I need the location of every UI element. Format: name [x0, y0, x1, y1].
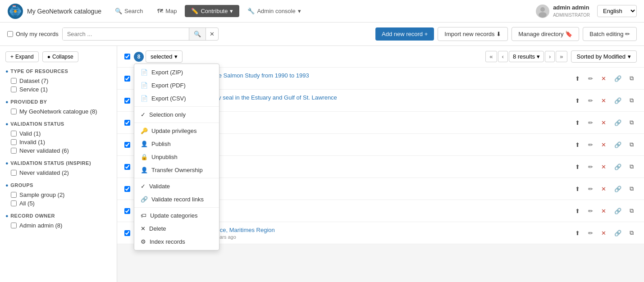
filter-groups-title[interactable]: ● GROUPS: [5, 182, 111, 188]
search-submit-button[interactable]: 🔍: [189, 28, 206, 40]
nav-search[interactable]: 🔍 Search: [109, 5, 149, 17]
filter-service[interactable]: Service (1): [5, 85, 111, 94]
record-edit-button-5[interactable]: ✏: [585, 162, 596, 172]
record-copy-button-4[interactable]: ⧉: [626, 139, 637, 150]
record-checkbox-8[interactable]: [124, 230, 130, 236]
record-checkbox-3[interactable]: [124, 120, 130, 126]
add-record-button[interactable]: Add new record +: [375, 27, 434, 41]
record-copy-button-3[interactable]: ⧉: [626, 117, 637, 128]
record-checkbox-5[interactable]: [124, 164, 130, 170]
filter-valid[interactable]: Valid (1): [5, 129, 111, 138]
record-share-button-3[interactable]: 🔗: [611, 118, 625, 128]
record-edit-button-2[interactable]: ✏: [585, 96, 596, 106]
record-share-button-4[interactable]: 🔗: [611, 140, 625, 150]
record-share-button-1[interactable]: 🔗: [611, 73, 625, 84]
record-view-button-6[interactable]: ⬆: [572, 184, 583, 194]
last-page-button[interactable]: »: [556, 51, 567, 62]
filter-owner-title[interactable]: ● RECORD OWNER: [5, 213, 111, 218]
filter-inspire-never[interactable]: Never validated (2): [5, 168, 111, 177]
record-delete-button-7[interactable]: ✕: [598, 206, 609, 216]
record-view-button-4[interactable]: ⬆: [572, 140, 583, 150]
export-csv-item[interactable]: 📄 Export (CSV): [134, 92, 219, 105]
record-delete-button-4[interactable]: ✕: [598, 140, 609, 150]
results-count-button[interactable]: 8 results ▾: [509, 51, 544, 62]
manage-directory-button[interactable]: Manage directory 🔖: [512, 27, 579, 41]
filter-inspire-title[interactable]: ● VALIDATION STATUS (INSPIRE): [5, 160, 111, 166]
record-delete-button-1[interactable]: ✕: [598, 73, 609, 84]
filter-validation-title[interactable]: ● VALIDATION STATUS: [5, 121, 111, 127]
batch-editing-button[interactable]: Batch editing ✏: [583, 27, 637, 41]
search-clear-button[interactable]: ✕: [206, 28, 218, 40]
selected-dropdown-button[interactable]: selected ▾: [146, 50, 183, 63]
filter-type-title[interactable]: ● TYPE OF RESOURCES: [5, 68, 111, 74]
record-copy-button-6[interactable]: ⧉: [626, 183, 637, 194]
select-all-checkbox[interactable]: [124, 54, 130, 59]
record-delete-button-5[interactable]: ✕: [598, 162, 609, 172]
record-edit-button-6[interactable]: ✏: [585, 184, 596, 194]
record-edit-button-1[interactable]: ✏: [585, 73, 596, 84]
only-my-records-checkbox[interactable]: [7, 31, 13, 37]
update-categories-item[interactable]: 🏷 Update categories: [134, 209, 219, 222]
import-records-button[interactable]: Import new records ⬇: [438, 27, 508, 41]
record-view-button-5[interactable]: ⬆: [572, 162, 583, 172]
record-copy-button-5[interactable]: ⧉: [626, 161, 637, 172]
record-view-button-7[interactable]: ⬆: [572, 206, 583, 216]
filter-invalid[interactable]: Invalid (1): [5, 138, 111, 146]
nav-contribute[interactable]: ✏️ Contribute ▾: [185, 5, 239, 17]
collapse-button[interactable]: ● Collapse: [42, 51, 78, 62]
validate-item[interactable]: ✓ Validate: [134, 180, 219, 193]
record-share-button-6[interactable]: 🔗: [611, 184, 625, 194]
export-pdf-item[interactable]: 📄 Export (PDF): [134, 79, 219, 92]
expand-button[interactable]: + Expand: [5, 51, 39, 62]
next-page-button[interactable]: ›: [545, 51, 555, 62]
record-edit-button-8[interactable]: ✏: [585, 228, 596, 238]
language-select[interactable]: English Français Español: [597, 5, 637, 17]
record-share-button-7[interactable]: 🔗: [611, 206, 625, 216]
record-checkbox-7[interactable]: [124, 208, 130, 214]
nav-map[interactable]: 🗺 Map: [151, 5, 183, 17]
filter-my-catalogue[interactable]: My GeoNetwork catalogue (8): [5, 107, 111, 116]
record-share-button-8[interactable]: 🔗: [611, 228, 625, 238]
first-page-button[interactable]: «: [485, 51, 497, 62]
filter-admin-owner[interactable]: Admin admin (8): [5, 221, 111, 230]
selection-only-item[interactable]: ✓ Selection only: [134, 108, 219, 121]
record-edit-button-4[interactable]: ✏: [585, 140, 596, 150]
record-view-button-2[interactable]: ⬆: [572, 96, 583, 106]
record-delete-button-3[interactable]: ✕: [598, 118, 609, 128]
record-edit-button-3[interactable]: ✏: [585, 118, 596, 128]
record-delete-button-8[interactable]: ✕: [598, 228, 609, 238]
transfer-ownership-item[interactable]: 👤 Transfer Ownership: [134, 164, 219, 177]
record-copy-button-1[interactable]: ⧉: [626, 73, 637, 84]
filter-provided-title[interactable]: ● PROVIDED BY: [5, 99, 111, 105]
sort-button[interactable]: Sorted by Modified ▾: [571, 50, 637, 63]
filter-never-validated[interactable]: Never validated (6): [5, 146, 111, 155]
update-privileges-item[interactable]: 🔑 Update privileges: [134, 124, 219, 137]
search-input[interactable]: [63, 28, 189, 40]
validate-links-item[interactable]: 🔗 Validate record links: [134, 193, 219, 206]
record-delete-button-2[interactable]: ✕: [598, 96, 609, 106]
record-checkbox-4[interactable]: [124, 142, 130, 148]
export-zip-item[interactable]: 📄 Export (ZIP): [134, 66, 219, 79]
record-copy-button-7[interactable]: ⧉: [626, 205, 637, 216]
record-view-button-1[interactable]: ⬆: [572, 73, 583, 84]
record-checkbox-2[interactable]: [124, 98, 130, 104]
index-records-item[interactable]: ⚙ Index records: [134, 235, 219, 248]
nav-admin[interactable]: 🔧 Admin console ▾: [241, 5, 307, 17]
record-delete-button-6[interactable]: ✕: [598, 184, 609, 194]
filter-dataset[interactable]: Dataset (7): [5, 77, 111, 85]
only-my-records-toggle[interactable]: Only my records: [7, 31, 59, 37]
record-share-button-5[interactable]: 🔗: [611, 162, 625, 172]
prev-page-button[interactable]: ‹: [498, 51, 508, 62]
delete-item[interactable]: ✕ Delete: [134, 222, 219, 235]
record-edit-button-7[interactable]: ✏: [585, 206, 596, 216]
publish-item[interactable]: 👤 Publish: [134, 137, 219, 150]
unpublish-item[interactable]: 🔒 Unpublish: [134, 150, 219, 164]
record-view-button-3[interactable]: ⬆: [572, 118, 583, 128]
filter-sample-group[interactable]: Sample group (2): [5, 191, 111, 199]
record-checkbox-6[interactable]: [124, 186, 130, 192]
filter-all-group[interactable]: All (5): [5, 199, 111, 208]
record-copy-button-8[interactable]: ⧉: [626, 227, 637, 238]
app-logo[interactable]: My GeoNetwork catalogue: [7, 3, 101, 19]
record-share-button-2[interactable]: 🔗: [611, 96, 625, 106]
record-checkbox-1[interactable]: [124, 76, 130, 82]
